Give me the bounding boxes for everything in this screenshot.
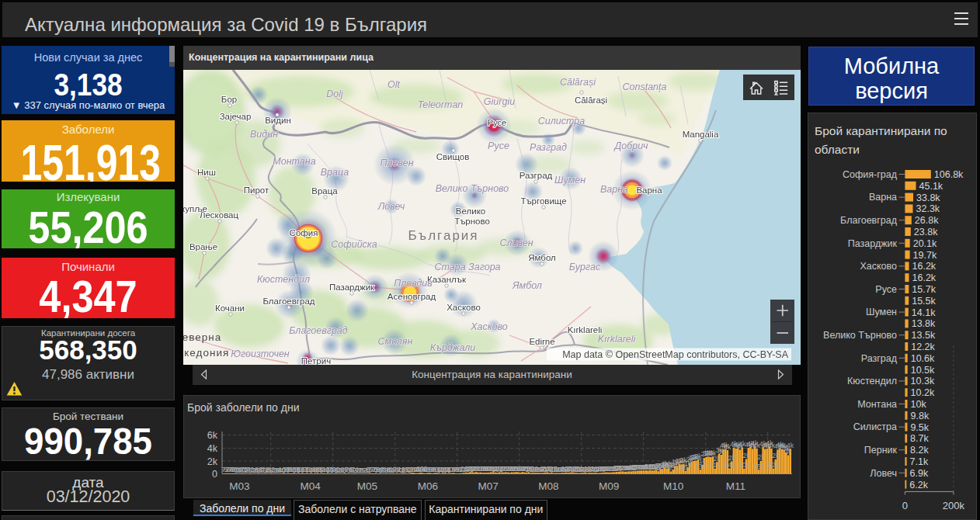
svg-text:M11: M11: [726, 480, 745, 492]
svg-text:Варна: Варна: [600, 184, 628, 195]
svg-text:Ловеч: Ловеч: [870, 468, 897, 479]
svg-text:Разград: Разград: [530, 142, 567, 153]
svg-text:23.8k: 23.8k: [914, 227, 938, 237]
svg-text:660: 660: [753, 463, 764, 470]
svg-text:M08: M08: [538, 480, 558, 492]
svg-text:9.8k: 9.8k: [911, 411, 930, 421]
svg-text:Kırklareli: Kırklareli: [568, 325, 603, 335]
svg-text:809: 809: [738, 461, 749, 469]
svg-text:826: 826: [768, 461, 779, 469]
svg-text:Кюстендил: Кюстендил: [847, 376, 897, 387]
svg-text:Кочани: Кочани: [215, 303, 245, 313]
svg-text:Смолян: Смолян: [378, 336, 413, 347]
svg-text:Враца: Враца: [311, 186, 338, 196]
svg-text:16.2k: 16.2k: [912, 272, 937, 283]
svg-text:9.5k: 9.5k: [910, 422, 929, 433]
svg-text:2k: 2k: [728, 454, 736, 462]
svg-text:4k: 4k: [207, 443, 218, 454]
svg-text:14.1k: 14.1k: [912, 307, 936, 318]
svg-text:София: София: [290, 228, 318, 237]
svg-text:Хасково: Хасково: [447, 303, 481, 312]
svg-text:8.7k: 8.7k: [910, 433, 929, 444]
svg-text:842: 842: [724, 461, 735, 469]
svg-text:Olt: Olt: [387, 79, 401, 90]
svg-text:Благоевград: Благоевград: [840, 215, 898, 226]
svg-text:Казанлък: Казанлък: [427, 275, 467, 284]
svg-text:33.8k: 33.8k: [916, 192, 940, 203]
svg-text:10k: 10k: [911, 399, 927, 410]
svg-text:Teleorman: Teleorman: [418, 99, 464, 110]
svg-text:6.9k: 6.9k: [910, 468, 929, 479]
svg-text:Mangalia: Mangalia: [683, 130, 719, 139]
svg-text:Плевен: Плевен: [380, 158, 413, 168]
svg-text:Ямбол: Ямбол: [512, 280, 542, 291]
svg-text:Хасково: Хасково: [860, 261, 897, 272]
svg-text:200k: 200k: [943, 500, 965, 511]
svg-text:Русе: Русе: [875, 284, 897, 295]
svg-text:M07: M07: [478, 480, 498, 492]
svg-text:Велико Търново: Велико Търново: [823, 330, 897, 341]
svg-text:10.3k: 10.3k: [911, 376, 935, 387]
svg-text:Пазарджик: Пазарджик: [848, 238, 898, 249]
svg-text:Видин: Видин: [250, 129, 278, 140]
svg-text:M10: M10: [663, 480, 683, 492]
svg-text:M05: M05: [357, 480, 377, 492]
svg-text:13.5k: 13.5k: [912, 330, 936, 341]
svg-text:0: 0: [212, 469, 217, 480]
svg-text:Монтана: Монтана: [273, 156, 315, 167]
svg-text:Хасково: Хасково: [470, 321, 508, 332]
svg-text:Велико: Велико: [456, 206, 485, 216]
svg-text:Giurgiu: Giurgiu: [484, 96, 515, 107]
svg-text:Силистра: Силистра: [853, 421, 897, 432]
svg-text:Русе: Русе: [488, 140, 509, 151]
svg-text:Асеновград: Асеновград: [387, 292, 436, 301]
svg-text:Силистра: Силистра: [538, 116, 585, 127]
svg-text:32.3k: 32.3k: [916, 203, 940, 214]
svg-text:Разград: Разград: [861, 353, 898, 364]
svg-text:Търново: Търново: [454, 217, 490, 226]
svg-text:Варна: Варна: [869, 192, 897, 203]
svg-text:акедония: акедония: [183, 347, 229, 359]
svg-text:6.2k: 6.2k: [909, 480, 928, 491]
svg-text:Разград: Разград: [520, 171, 553, 180]
svg-text:2k: 2k: [772, 452, 780, 459]
svg-text:26.8k: 26.8k: [915, 215, 939, 226]
svg-text:Constanța: Constanța: [623, 81, 667, 92]
svg-text:Edirne: Edirne: [529, 337, 554, 346]
svg-text:Югоизточен: Югоизточен: [231, 348, 290, 359]
svg-text:Dolj: Dolj: [326, 88, 344, 99]
svg-text:Кърджали: Кърджали: [430, 342, 475, 353]
svg-text:Ниш: Ниш: [197, 168, 216, 177]
svg-text:Пазарджик: Пазарджик: [329, 283, 375, 292]
svg-text:Враца: Враца: [321, 167, 349, 178]
svg-text:Варна: Варна: [636, 185, 662, 195]
svg-text:20.1k: 20.1k: [913, 238, 937, 249]
svg-text:Монтана: Монтана: [857, 399, 897, 410]
svg-text:6k: 6k: [207, 430, 218, 441]
svg-text:София-град: София-град: [843, 169, 898, 180]
svg-text:Kırklareli: Kırklareli: [598, 334, 637, 345]
svg-text:15.5k: 15.5k: [912, 296, 936, 307]
svg-text:Călărași: Călărași: [560, 77, 596, 88]
svg-text:10.6k: 10.6k: [911, 353, 935, 364]
svg-text:106.8k: 106.8k: [934, 169, 964, 180]
svg-text:Бургас: Бургас: [569, 262, 601, 272]
svg-text:19.7k: 19.7k: [913, 250, 937, 261]
svg-text:10.2k: 10.2k: [911, 387, 935, 398]
svg-text:M04: M04: [300, 480, 321, 492]
svg-text:Сливен: Сливен: [499, 237, 533, 248]
svg-text:Пирот: Пирот: [244, 185, 269, 195]
svg-text:Софийска: Софийска: [331, 239, 377, 250]
svg-text:Пловдив: Пловдив: [394, 278, 433, 289]
svg-text:10.5k: 10.5k: [911, 365, 935, 376]
svg-text:Map data © OpenStreetMap contr: Map data © OpenStreetMap contributors, C…: [562, 349, 788, 360]
svg-text:2k: 2k: [714, 455, 721, 463]
svg-text:България: България: [408, 228, 478, 243]
svg-text:7.1k: 7.1k: [910, 456, 929, 467]
svg-text:Благоевград: Благоевград: [289, 325, 348, 336]
svg-text:Свищов: Свищов: [436, 152, 470, 161]
svg-text:Петрич: Петрич: [301, 356, 331, 365]
svg-text:0: 0: [902, 500, 908, 511]
svg-text:еверна: еверна: [183, 331, 221, 343]
svg-text:M09: M09: [599, 480, 619, 492]
